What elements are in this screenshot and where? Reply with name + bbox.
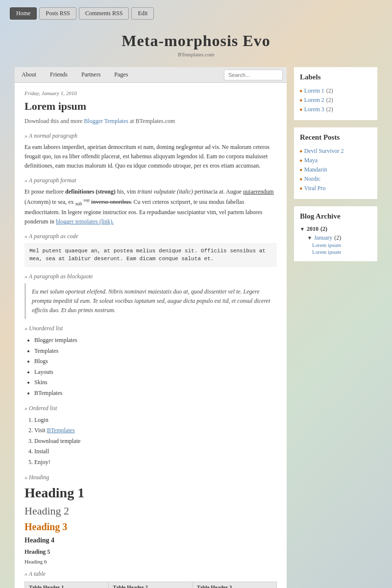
recent-post-link[interactable]: Devil Survivor 2 (304, 147, 344, 155)
sup-text: sup (84, 197, 90, 202)
site-header: Meta-morphosis Evo BTemplates.com (0, 27, 392, 67)
post-download-line: Download this and more Blogger Templates… (24, 118, 277, 125)
sidebar-blog-archive: Blog Archive ▼ 2010 (2) ▼ January (2) Lo… (294, 206, 377, 261)
list-item: Skins (34, 377, 277, 388)
labels-list: Lorem 1 (2) Lorem 2 (2) Lorem 3 (2) (300, 86, 371, 114)
nav-edit[interactable]: Edit (131, 7, 154, 20)
nav-about[interactable]: About (15, 67, 43, 82)
archive-year-row: ▼ 2010 (2) ▼ January (2) Lorem ipsum Lor… (300, 225, 371, 255)
archive-month: ▼ January (2) (300, 234, 371, 242)
heading-5: Heading 5 (24, 548, 277, 556)
list-item: Nordic (300, 174, 371, 184)
em-text: tritani vulputate (italic) (137, 188, 193, 195)
list-item: Lorem 1 (2) (300, 86, 371, 96)
section-normal-paragraph: A normal paragraph (24, 132, 277, 140)
section-unordered-list: Unordered list (24, 325, 277, 332)
download-at: at BTemplates.com (130, 118, 175, 124)
ordered-list-link[interactable]: BTemplates (47, 427, 75, 434)
label-link[interactable]: Lorem 3 (304, 106, 324, 113)
blockquote-block: Eu mei solum oporteat eleifend. Nibris n… (24, 283, 277, 319)
label-link[interactable]: Lorem 2 (304, 97, 324, 104)
section-table: A table (24, 570, 277, 578)
table-header-2: Table Header 2 (109, 582, 193, 588)
list-item: Lorem 2 (2) (300, 96, 371, 105)
table-header-1: Table Header 1 (25, 582, 109, 588)
list-item: Viral Pro (300, 184, 371, 193)
heading-6: Heading 6 (24, 559, 277, 564)
recent-post-link[interactable]: Maya (304, 157, 318, 164)
list-item: Enjoy! (34, 457, 277, 468)
list-item: BTemplates (34, 388, 277, 399)
sidebar: Labels Lorem 1 (2) Lorem 2 (2) Lorem 3 (… (294, 67, 377, 588)
nav-home[interactable]: Home (10, 7, 37, 20)
section-code: A paragraph as code (24, 233, 277, 240)
paragraph-link[interactable]: blogger templates (link). (56, 218, 114, 225)
code-block: Mel putent quaeque an, at postea melius … (24, 243, 277, 267)
list-item: Templates (34, 346, 277, 357)
strong-text: definitiones (strong) (65, 188, 116, 195)
triangle-down-icon: ▼ (307, 235, 312, 241)
heading-4: Heading 4 (24, 537, 277, 544)
list-item: Login (34, 415, 277, 426)
post-title: Lorem ipsum (24, 100, 277, 113)
list-item: Blogger templates (34, 335, 277, 346)
recent-post-link[interactable]: Viral Pro (304, 185, 326, 192)
labels-title: Labels (300, 73, 371, 81)
sub-text: sub (75, 201, 82, 206)
underline-text: quiaerendum (243, 188, 274, 195)
triangle-down-icon: ▼ (300, 226, 305, 232)
list-item: Blogs (34, 356, 277, 367)
list-item: Lorem 3 (2) (300, 105, 371, 114)
search-input[interactable] (224, 70, 283, 80)
label-count: (2) (326, 106, 333, 113)
data-table: Table Header 1 Table Header 2 Table Head… (24, 582, 277, 588)
heading-2: Heading 2 (24, 505, 277, 517)
download-link[interactable]: Blogger Templates (84, 118, 128, 124)
nav-friends[interactable]: Friends (43, 67, 74, 82)
heading-3: Heading 3 (24, 521, 277, 533)
label-link[interactable]: Lorem 1 (304, 87, 324, 95)
section-blockquote: A paragraph as blockquote (24, 273, 277, 280)
paragraph-format-text: Et posse meliore definitiones (strong) h… (24, 187, 277, 227)
month-count: (2) (334, 234, 341, 242)
site-title: Meta-morphosis Evo (10, 32, 382, 50)
top-navigation: Home Posts RSS Comments RSS Edit (0, 0, 392, 27)
secondary-navigation: About Friends Partners Pages (15, 67, 287, 83)
strikethrough-text: inverso onoribus. (91, 198, 132, 205)
month-link[interactable]: January (314, 234, 332, 242)
ordered-list: Login Visit BTemplates Download template… (34, 415, 277, 468)
sidebar-recent-posts: Recent Posts Devil Survivor 2 Maya Manda… (294, 127, 377, 199)
blog-archive-title: Blog Archive (300, 212, 371, 220)
recent-posts-list: Devil Survivor 2 Maya Mandarin Nordic Vi… (300, 147, 371, 193)
list-item: Download template (34, 436, 277, 447)
nav-comments-rss[interactable]: Comments RSS (79, 7, 129, 20)
main-content: About Friends Partners Pages Friday, Jan… (15, 67, 287, 588)
list-item: Mandarin (300, 165, 371, 174)
download-text: Download this and more (24, 118, 82, 124)
site-subtitle: BTemplates.com (10, 51, 382, 57)
list-item: Visit BTemplates (34, 425, 277, 436)
unordered-list: Blogger templates Templates Blogs Layout… (34, 335, 277, 399)
post-1: Friday, January 1, 2010 Lorem ipsum Down… (15, 83, 287, 588)
archive-post-link[interactable]: Lorem ipsum (312, 242, 371, 248)
list-item: Layouts (34, 367, 277, 378)
archive-posts: Lorem ipsum Lorem ipsum (300, 242, 371, 255)
section-headings: Heading (24, 474, 277, 481)
archive-post-link[interactable]: Lorem ipsum (312, 248, 371, 255)
table-header-3: Table Header 3 (193, 582, 276, 588)
archive-year: ▼ 2010 (2) (300, 225, 371, 233)
normal-paragraph-text: Ea eam labores imperdiet, apeirian democ… (24, 143, 277, 171)
nav-posts-rss[interactable]: Posts RSS (39, 7, 76, 20)
recent-post-link[interactable]: Mandarin (304, 166, 327, 173)
label-count: (2) (326, 97, 333, 104)
list-item: Install (34, 446, 277, 457)
recent-posts-title: Recent Posts (300, 133, 371, 142)
heading-1: Heading 1 (24, 485, 277, 501)
year-label[interactable]: 2010 (307, 225, 318, 233)
label-count: (2) (326, 87, 333, 95)
section-ordered-list: Ordered list (24, 405, 277, 412)
sidebar-labels: Labels Lorem 1 (2) Lorem 2 (2) Lorem 3 (… (294, 67, 377, 120)
nav-pages[interactable]: Pages (107, 67, 135, 82)
recent-post-link[interactable]: Nordic (304, 175, 320, 183)
nav-partners[interactable]: Partners (74, 67, 107, 82)
